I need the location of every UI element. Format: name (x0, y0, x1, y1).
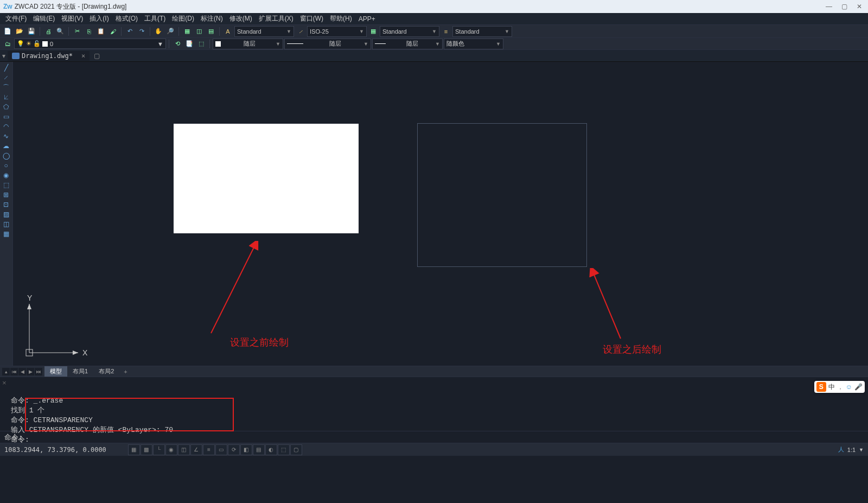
menu-help[interactable]: 帮助(H) (327, 13, 355, 24)
new-tab-icon[interactable]: ▢ (94, 52, 100, 60)
preview-icon[interactable]: 🔍 (55, 26, 66, 37)
region-icon[interactable]: ◫ (0, 219, 12, 229)
copy-icon[interactable]: ⎘ (84, 26, 94, 37)
ime-sogou-icon: S (816, 382, 826, 392)
layer-name: 0 (50, 41, 53, 47)
menu-dim[interactable]: 标注(N) (197, 13, 226, 24)
tab-layout2[interactable]: 布局2 (93, 366, 119, 377)
annotation-before: 设置之前绘制 (230, 336, 289, 349)
linetype-dropdown[interactable]: 随层▼ (284, 39, 371, 49)
line-icon[interactable]: ╱ (0, 63, 12, 73)
menu-draw[interactable]: 绘图(D) (169, 13, 197, 24)
mlstyle-icon[interactable]: ≡ (441, 26, 451, 37)
pan-icon[interactable]: ✋ (153, 26, 164, 37)
app-title: ZWCAD 2021 专业版 - [Drawing1.dwg] (15, 2, 127, 11)
menu-app[interactable]: APP+ (355, 14, 379, 24)
arc-icon[interactable]: ⌒ (0, 82, 12, 92)
ime-indicator[interactable]: S 中 ， ☺ 🎤 (814, 381, 865, 393)
zoom-icon[interactable]: 🔎 (165, 26, 176, 37)
xline-icon[interactable]: ⟋ (0, 73, 12, 82)
close-button[interactable]: ✕ (854, 3, 865, 10)
open-icon[interactable]: 📂 (14, 26, 25, 37)
doc-tab-label: Drawing1.dwg* (22, 52, 73, 60)
menu-format[interactable]: 格式(O) (112, 13, 141, 24)
new-icon[interactable]: 📄 (2, 26, 13, 37)
menu-modify[interactable]: 修改(M) (226, 13, 256, 24)
plotcolor-dropdown[interactable]: 随颜色▼ (444, 39, 503, 49)
tab-last-icon[interactable]: ⏭ (35, 368, 42, 375)
polygon-icon[interactable]: ⬠ (0, 102, 12, 112)
menu-tools[interactable]: 工具(T) (141, 13, 169, 24)
table-icon[interactable]: ▦ (0, 229, 12, 239)
hatch-icon[interactable]: ▨ (0, 209, 12, 219)
block-icon[interactable]: ⬚ (0, 180, 12, 190)
paste-icon[interactable]: 📋 (95, 26, 106, 37)
print-icon[interactable]: 🖨 (43, 26, 54, 37)
cmdhist-close-icon[interactable]: × (2, 379, 7, 387)
ime-mic-icon[interactable]: 🎤 (854, 383, 863, 391)
point-icon[interactable]: ⊡ (0, 200, 12, 209)
design-icon[interactable]: ◫ (194, 26, 205, 37)
tool-icon[interactable]: ▤ (206, 26, 216, 37)
donut-icon[interactable]: ◉ (0, 170, 12, 180)
arc2-icon[interactable]: ◠ (0, 122, 12, 131)
menu-window[interactable]: 窗口(W) (297, 13, 327, 24)
dimstyle-icon[interactable]: ⟋ (295, 26, 306, 37)
menu-view[interactable]: 视图(V) (58, 13, 86, 24)
ime-punc[interactable]: ， (837, 383, 844, 392)
polyline-icon[interactable]: ⟀ (0, 92, 12, 102)
doc-tab-drawing1[interactable]: Drawing1.dwg* × (8, 51, 90, 61)
maximize-button[interactable]: ▢ (839, 3, 850, 10)
tab-layout1[interactable]: 布局1 (67, 366, 93, 377)
layout-tabs: ▴ ⏮ ◀ ▶ ⏭ 模型 布局1 布局2 + (0, 366, 868, 377)
lstate-icon[interactable]: 📑 (184, 39, 195, 49)
tab-prev-icon[interactable]: ◀ (18, 368, 26, 375)
rect-before (174, 124, 359, 233)
add-layout-icon[interactable]: + (119, 367, 131, 376)
arrow-before-icon (206, 241, 265, 339)
tab-close-icon[interactable]: × (81, 52, 85, 60)
layer-color-icon (42, 41, 48, 47)
ime-emoji-icon[interactable]: ☺ (846, 383, 852, 391)
tab-next-icon[interactable]: ▶ (27, 368, 34, 375)
textstyle-dropdown[interactable]: Standard▼ (234, 26, 294, 37)
menu-express[interactable]: 扩展工具(X) (256, 13, 297, 24)
menu-file[interactable]: 文件(F) (2, 13, 30, 24)
match-icon[interactable]: 🖌 (107, 26, 118, 37)
rectangle-icon[interactable]: ▭ (0, 112, 12, 122)
redo-icon[interactable]: ↷ (136, 26, 147, 37)
tablestyle-icon[interactable]: ▦ (368, 26, 379, 37)
mlstyle-dropdown[interactable]: Standard▼ (452, 26, 512, 37)
tab-prevset-icon[interactable]: ⏮ (10, 368, 18, 375)
tab-menu-icon[interactable]: ▾ (2, 52, 5, 60)
props-icon[interactable]: ▦ (182, 26, 193, 37)
undo-icon[interactable]: ↶ (124, 26, 135, 37)
tab-first-icon[interactable]: ▴ (2, 368, 10, 375)
spline-icon[interactable]: ∿ (0, 131, 12, 141)
menu-insert[interactable]: 插入(I) (86, 13, 112, 24)
revcloud-icon[interactable]: ☁ (0, 141, 12, 151)
ellipse-icon[interactable]: ◯ (0, 151, 12, 161)
circle-icon[interactable]: ○ (0, 161, 12, 170)
ucs-icon: X Y (18, 293, 89, 364)
minimize-button[interactable]: — (824, 3, 834, 10)
textstyle-icon[interactable]: A (222, 26, 233, 37)
cut-icon[interactable]: ✂ (72, 26, 82, 37)
tablestyle-dropdown[interactable]: Standard▼ (380, 26, 439, 37)
drawing-canvas[interactable]: 设置之前绘制 设置之后绘制 X Y (13, 62, 868, 366)
command-history: × 命令: _.erase 找到 1 个 命令: CETRANSPARENCY … (0, 377, 868, 431)
save-icon[interactable]: 💾 (26, 26, 37, 37)
menu-edit[interactable]: 编辑(E) (30, 13, 58, 24)
workspace: ╱ ⟋ ⌒ ⟀ ⬠ ▭ ◠ ∿ ☁ ◯ ○ ◉ ⬚ ⊞ ⊡ ▨ ◫ ▦ 设置之前… (0, 62, 868, 366)
layer-dropdown[interactable]: 💡 ☀ 🔓 0 ▼ (14, 39, 166, 49)
dimstyle-dropdown[interactable]: ISO-25▼ (307, 26, 367, 37)
liso-icon[interactable]: ⬚ (196, 39, 207, 49)
bulb-icon: 💡 (17, 40, 24, 47)
insert-icon[interactable]: ⊞ (0, 190, 12, 200)
lprev-icon[interactable]: ⟲ (172, 39, 183, 49)
ime-lang[interactable]: 中 (828, 383, 835, 392)
tab-model[interactable]: 模型 (44, 366, 67, 377)
lineweight-dropdown[interactable]: 随层▼ (372, 39, 443, 49)
color-dropdown[interactable]: 随层▼ (213, 39, 283, 49)
layer-manager-icon[interactable]: 🗂 (2, 39, 13, 49)
